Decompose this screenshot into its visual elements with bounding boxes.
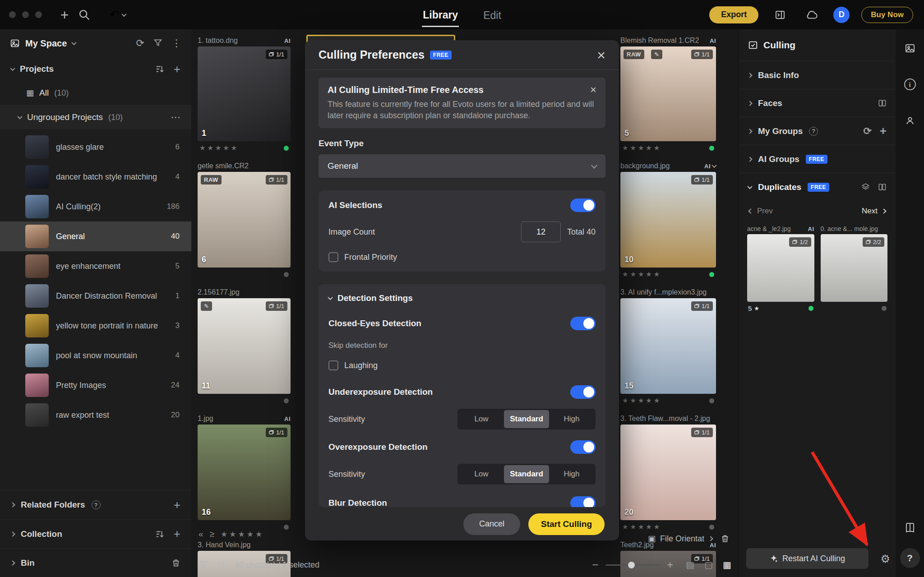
segment-standard[interactable]: Standard bbox=[504, 410, 549, 428]
filter-button[interactable] bbox=[153, 38, 162, 49]
window-zoom-button[interactable] bbox=[35, 11, 42, 18]
start-culling-button[interactable]: Start Culling bbox=[528, 513, 605, 535]
underexposure-toggle[interactable] bbox=[570, 385, 596, 399]
rating-filter-stars[interactable]: ★★★★★ bbox=[221, 530, 264, 539]
sidebar-item-yellow-tone[interactable]: yellow tone portrait in nature3 bbox=[0, 311, 191, 341]
photo-thumbnail[interactable]: 1/1 15 bbox=[620, 298, 716, 394]
history-chevron-icon[interactable] bbox=[121, 11, 126, 16]
photo-card-1jpg[interactable]: 1.jpgAI 1/1 16 bbox=[198, 413, 291, 534]
view-list-icon[interactable]: ▤ bbox=[686, 559, 694, 570]
sidebar-item-pool-snow[interactable]: pool at snow mountain4 bbox=[0, 341, 191, 370]
event-type-select[interactable]: General bbox=[319, 154, 605, 178]
photo-card-background[interactable]: background.jpgAI 1/1 10 ★★★★★ bbox=[620, 160, 716, 281]
sort-icon[interactable] bbox=[155, 64, 165, 74]
banner-close-button[interactable]: × bbox=[590, 84, 596, 95]
sync-button[interactable]: ⟳ bbox=[136, 37, 144, 49]
layers-icon[interactable] bbox=[861, 183, 870, 191]
sort-icon[interactable] bbox=[217, 560, 226, 570]
new-project-button[interactable]: + bbox=[55, 5, 74, 25]
export-button[interactable]: Export bbox=[709, 6, 758, 23]
restart-ai-culling-button[interactable]: Restart AI Culling bbox=[746, 548, 869, 569]
add-related-folder-button[interactable]: + bbox=[174, 498, 180, 512]
sidebar-item-dancer-distraction[interactable]: Dancer Distraction Removal1 bbox=[0, 281, 191, 311]
zoom-out-button[interactable]: − bbox=[592, 559, 598, 571]
sidebar-item-eye-enhancement[interactable]: eye enhancement5 bbox=[0, 251, 191, 281]
ai-chevron-icon[interactable] bbox=[711, 163, 716, 168]
photo-thumbnail[interactable]: 1/2 bbox=[747, 234, 814, 302]
overexposure-toggle[interactable] bbox=[570, 440, 596, 454]
more-menu-button[interactable]: ⋮ bbox=[171, 37, 181, 49]
star-rating[interactable]: ★★★★★ bbox=[622, 270, 661, 278]
photo-card-156177[interactable]: 2.156177.jpg ✎ 1/1 11 bbox=[198, 286, 291, 407]
next-group-button[interactable]: Next bbox=[862, 207, 886, 216]
zoom-in-button[interactable]: + bbox=[667, 559, 673, 571]
star-rating[interactable]: ★★★★★ bbox=[622, 144, 661, 152]
tab-edit[interactable]: Edit bbox=[482, 3, 502, 26]
collapse-filmstrip-icon[interactable]: « bbox=[199, 529, 203, 539]
photo-card-teeth-flaw[interactable]: 3. Teeth Flaw...moval - 2.jpg 1/1 20 ★★★… bbox=[620, 413, 716, 534]
undo-button[interactable]: ↶ bbox=[110, 8, 120, 22]
collection-section[interactable]: Collection + bbox=[0, 519, 191, 548]
star-rating[interactable]: ★★★★★ bbox=[622, 397, 661, 405]
avatar[interactable]: D bbox=[833, 7, 850, 23]
culling-settings-button[interactable]: ⚙ bbox=[880, 553, 890, 565]
window-close-button[interactable] bbox=[9, 11, 16, 18]
sidebar-item-raw-export-test[interactable]: raw export test20 bbox=[0, 400, 191, 430]
section-my-groups[interactable]: My Groups ? ⟳ + bbox=[739, 117, 896, 145]
projects-section-header[interactable]: Projects + bbox=[0, 57, 191, 81]
zoom-slider[interactable] bbox=[605, 564, 660, 566]
frontal-priority-checkbox[interactable] bbox=[328, 252, 338, 262]
image-count-input[interactable]: 12 bbox=[521, 222, 561, 242]
sort-icon[interactable] bbox=[155, 529, 165, 539]
duplicate-card-1[interactable]: acne & _le2.jpgAI 1/2 5 ★ bbox=[747, 223, 814, 314]
section-faces[interactable]: Faces bbox=[739, 89, 896, 117]
blur-detection-toggle[interactable] bbox=[570, 496, 596, 507]
sidebar-item-general[interactable]: General40 bbox=[0, 222, 191, 251]
photo-thumbnail[interactable]: 1/1 20 bbox=[620, 425, 716, 520]
view-single-icon[interactable]: ▢ bbox=[704, 559, 713, 570]
section-duplicates[interactable]: Duplicates FREE bbox=[739, 173, 896, 201]
rating-filter[interactable]: « ≥ ★★★★★ bbox=[199, 529, 264, 539]
photo-thumbnail[interactable]: 2/2 bbox=[821, 234, 888, 302]
duplicate-card-2[interactable]: 0. acne &... mole.jpg 2/2 bbox=[821, 223, 888, 314]
laughing-checkbox[interactable] bbox=[328, 360, 338, 370]
photo-thumbnail[interactable]: ✎ 1/1 11 bbox=[198, 298, 291, 394]
cloud-sync-icon[interactable] bbox=[802, 5, 822, 25]
help-icon[interactable]: ? bbox=[92, 500, 101, 509]
ai-selections-toggle[interactable] bbox=[570, 198, 596, 212]
closed-eyes-toggle[interactable] bbox=[570, 317, 596, 330]
sidebar-item-all[interactable]: ▦ All (10) bbox=[0, 81, 191, 105]
zoom-slider-knob[interactable] bbox=[628, 562, 635, 568]
segment-high[interactable]: High bbox=[549, 410, 594, 428]
refresh-icon[interactable]: ⟳ bbox=[863, 125, 871, 137]
star-rating[interactable]: ★★★★★ bbox=[622, 523, 661, 531]
cancel-button[interactable]: Cancel bbox=[463, 513, 520, 535]
photo-card-smile[interactable]: getle smile.CR2 RAW 1/1 6 bbox=[198, 160, 291, 281]
photo-card-tattoo[interactable]: 1. tattoo.dngAI 1/1 1 ★★★★★ bbox=[198, 35, 291, 155]
sidebar-group-ungrouped[interactable]: Ungrouped Projects (10) ⋯ bbox=[0, 105, 191, 129]
search-button[interactable] bbox=[74, 5, 94, 25]
photo-thumbnail[interactable]: 1/1 16 bbox=[198, 425, 291, 520]
view-grid-icon[interactable]: ▦ bbox=[723, 559, 731, 570]
gte-icon[interactable]: ≥ bbox=[210, 529, 214, 539]
photo-card-blemish[interactable]: Blemish Removal 1.CR2AI RAW ✎ 1/1 5 ★★★★… bbox=[620, 35, 716, 155]
section-ai-groups[interactable]: AI Groups FREE bbox=[739, 145, 896, 173]
add-project-button[interactable]: + bbox=[174, 62, 180, 76]
tab-library[interactable]: Library bbox=[422, 3, 459, 27]
sidebar-item-dancer-batch[interactable]: dancer batch style matching4 bbox=[0, 162, 191, 192]
photo-thumbnail[interactable]: RAW 1/1 6 bbox=[198, 172, 291, 268]
buy-now-button[interactable]: Buy Now bbox=[861, 7, 913, 23]
photo-thumbnail[interactable]: 1/1 10 bbox=[620, 172, 716, 268]
trash-icon[interactable] bbox=[721, 534, 730, 543]
photo-card-ai-unify[interactable]: 3. AI unify f...mplexion3.jpg 1/1 15 ★★★… bbox=[620, 286, 716, 407]
segment-low[interactable]: Low bbox=[459, 410, 504, 428]
photo-thumbnail[interactable]: 1/1 1 bbox=[198, 46, 291, 141]
window-controls[interactable] bbox=[9, 11, 42, 18]
photo-thumbnail[interactable]: RAW ✎ 1/1 5 bbox=[620, 46, 716, 141]
adjustments-tab[interactable] bbox=[901, 39, 919, 57]
segment-high[interactable]: High bbox=[549, 465, 594, 483]
plus-icon[interactable]: + bbox=[880, 124, 887, 138]
prev-group-button[interactable]: Prev bbox=[749, 207, 773, 216]
modal-close-button[interactable]: × bbox=[597, 48, 605, 62]
segment-low[interactable]: Low bbox=[459, 465, 504, 483]
